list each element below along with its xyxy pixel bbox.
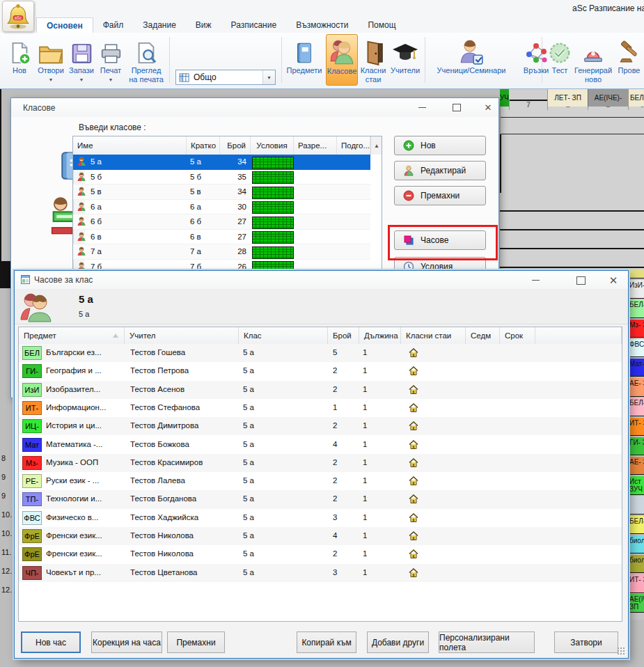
column-header-6[interactable]: Подго... <box>337 136 370 155</box>
lesson-card[interactable]: ЛЕТ- ЗП <box>547 89 588 107</box>
column-header-6[interactable]: Класни стаи <box>401 327 466 344</box>
class-row[interactable]: 6 б6 б27 <box>73 214 370 230</box>
lesson-card[interactable]: БЕЛ- <box>628 270 644 278</box>
lesson-row[interactable]: ЧП-Човекът и пр...Тестов Цветанова5 а31 <box>19 564 622 582</box>
ribbon-button-check[interactable]: Прове <box>614 34 644 86</box>
lesson-card[interactable]: БЕЛ- <box>628 299 644 317</box>
lesson-card[interactable]: биол- <box>628 555 644 573</box>
combobox-dropdown-arrow[interactable]: ▼ <box>262 70 275 84</box>
ribbon-tab-2[interactable]: Файл <box>93 17 134 33</box>
lesson-row[interactable]: РЕ-Руски език - ...Тестов Лалева5 а21 <box>19 472 622 490</box>
copy-to-button[interactable]: Копирай към <box>297 631 356 653</box>
lesson-card[interactable]: АЕ(IЧ ЗП <box>628 594 644 612</box>
lesson-correction-button[interactable]: Корекция на часа <box>91 631 162 653</box>
ribbon-button-generate[interactable]: Генерирайново <box>574 34 613 86</box>
column-header-4[interactable]: Условия <box>251 136 294 155</box>
class-row[interactable]: 6 в6 в27 <box>73 230 370 245</box>
custom-fields-button[interactable]: Персонализирани полета <box>439 631 535 653</box>
lesson-row[interactable]: МатМатематика -...Тестов Божкова5 а41 <box>19 436 622 454</box>
remove-class-button[interactable]: Премахни <box>394 186 486 205</box>
lesson-card[interactable]: АЕ- З <box>628 457 644 475</box>
minimize-icon[interactable] <box>525 274 546 287</box>
column-header-3[interactable]: Клас <box>239 327 328 344</box>
lesson-card[interactable]: АЕ- З <box>628 378 644 396</box>
lesson-row[interactable]: ИТ-Информацион...Тестов Стефанова5 а11 <box>19 399 622 417</box>
lesson-row[interactable]: ТП-Технологии и...Тестов Богданова5 а21 <box>19 490 622 508</box>
lesson-card[interactable]: биол- <box>628 535 644 554</box>
column-header-8[interactable]: Срок <box>500 327 535 344</box>
scrollbar-up-button[interactable]: ▲ <box>370 136 382 155</box>
ribbon-tab-4[interactable]: Виж <box>186 17 221 33</box>
ribbon-button-preview[interactable]: Прегледна печата <box>124 34 168 86</box>
lesson-card[interactable]: БЕЛ- <box>628 398 644 416</box>
lesson-card[interactable]: УЧ <box>500 89 509 107</box>
lesson-card[interactable]: ИзИ- <box>628 280 644 298</box>
class-row[interactable]: 7 а7 а28 <box>73 244 370 260</box>
lesson-card[interactable] <box>628 496 644 514</box>
ribbon-tab-6[interactable]: Възможности <box>286 17 358 33</box>
column-header-7[interactable]: Седм <box>466 327 500 344</box>
ribbon-button-teachers[interactable]: Учители <box>388 34 422 86</box>
ribbon-tab-1[interactable]: Основен <box>36 17 93 33</box>
lesson-card[interactable]: ИТ- З <box>628 574 644 593</box>
ribbon-button-classes[interactable]: Класове <box>326 34 358 86</box>
column-header-3[interactable]: Брой <box>220 136 251 155</box>
lesson-row[interactable]: ФрЕФренски език...Тестов Николова5 а21 <box>19 545 622 563</box>
class-row[interactable]: 5 б5 б35 <box>73 170 370 185</box>
edit-class-button[interactable]: Редактирай <box>394 161 486 180</box>
close-dialog-button[interactable]: Затвори <box>554 631 618 653</box>
ribbon-tab-3[interactable]: Задание <box>133 17 186 33</box>
class-row[interactable]: 6 а6 а30 <box>73 200 370 215</box>
lesson-row[interactable]: ФрЕФренски език...Тестов Николова5 а41 <box>19 527 622 545</box>
lesson-row[interactable]: ИЦ-История и ци...Тестов Димитрова5 а21 <box>19 417 622 435</box>
column-header-1[interactable]: Предмет <box>19 327 125 344</box>
ribbon-button-classrooms[interactable]: Класнистаи <box>358 34 388 86</box>
column-header-2[interactable]: Кратко <box>187 136 220 155</box>
lesson-card[interactable]: Ист ЗУЧ <box>628 476 644 494</box>
maximize-icon[interactable] <box>446 101 467 114</box>
lesson-row[interactable]: БЕЛБългарски ез...Тестов Гошева5 а51 <box>19 344 622 362</box>
new-lesson-button[interactable]: Нов час <box>21 631 81 653</box>
lesson-row[interactable]: Мз-Музика - ООПТестов Красимиров5 а21 <box>19 454 622 472</box>
app-logo-bell-icon[interactable]: aSc <box>2 1 34 32</box>
remove-lesson-button[interactable]: Премахни <box>167 631 225 653</box>
column-header-1[interactable]: Име <box>73 136 187 155</box>
class-row[interactable]: 5 в5 в34 <box>73 185 370 200</box>
classes-dialog-titlebar[interactable]: Класове ✕ <box>11 98 498 117</box>
ribbon-button-save[interactable]: Запази▼ <box>67 34 96 86</box>
column-header-4[interactable]: Брой <box>328 327 359 344</box>
class-row[interactable]: 5 а5 а34 <box>73 155 370 170</box>
lesson-row[interactable]: ГИ-География и ...Тестов Петрова5 а21 <box>19 362 622 380</box>
add-other-button[interactable]: Добави други <box>367 631 429 653</box>
ribbon-button-test[interactable]: Тест <box>546 34 574 86</box>
lesson-card[interactable]: ФВС- <box>628 339 644 357</box>
ribbon-button-print[interactable]: Печат▼ <box>96 34 125 86</box>
lesson-card[interactable]: Мат- <box>628 359 644 377</box>
close-icon[interactable]: ✕ <box>603 274 624 287</box>
ribbon-button-subjects[interactable]: Предмети <box>284 34 324 86</box>
minimize-icon[interactable] <box>411 101 432 114</box>
lessons-dialog-titlebar[interactable]: Часове за клас ✕ <box>15 271 628 289</box>
toolbar-separator <box>169 37 170 83</box>
ribbon-button-open[interactable]: Отвори▼ <box>35 34 67 86</box>
view-combobox[interactable]: Общо ▼ <box>175 70 276 85</box>
column-header-5[interactable]: Разре... <box>294 136 337 155</box>
lesson-card[interactable]: БЕЛ- <box>628 89 644 107</box>
column-header-2[interactable]: Учител <box>125 327 239 344</box>
lesson-card[interactable]: АЕ(IЧЕ)- <box>588 89 628 107</box>
lesson-card[interactable]: Мз- З <box>628 320 644 338</box>
maximize-icon[interactable] <box>570 274 591 287</box>
lesson-row[interactable]: ИзИИзобразител...Тестов Асенов5 а21 <box>19 381 622 399</box>
ribbon-tab-7[interactable]: Помощ <box>358 17 405 33</box>
column-header-5[interactable]: Дължина <box>359 327 401 344</box>
ribbon-button-students[interactable]: Ученици/Семинари <box>427 34 515 86</box>
ribbon-tab-5[interactable]: Разписание <box>221 17 287 33</box>
ribbon-button-new[interactable]: Нов <box>4 34 35 86</box>
lesson-card[interactable]: БЕЛ- <box>628 516 644 534</box>
resize-grip[interactable] <box>617 647 625 654</box>
lesson-row[interactable]: ФВСФизическо в...Тестов Хаджийска5 а31 <box>19 509 622 527</box>
close-icon[interactable]: ✕ <box>478 101 498 114</box>
lesson-card[interactable]: ГИ- З <box>628 437 644 455</box>
new-class-button[interactable]: Нов <box>394 136 486 155</box>
lesson-card[interactable]: ИТ- З <box>628 418 644 436</box>
